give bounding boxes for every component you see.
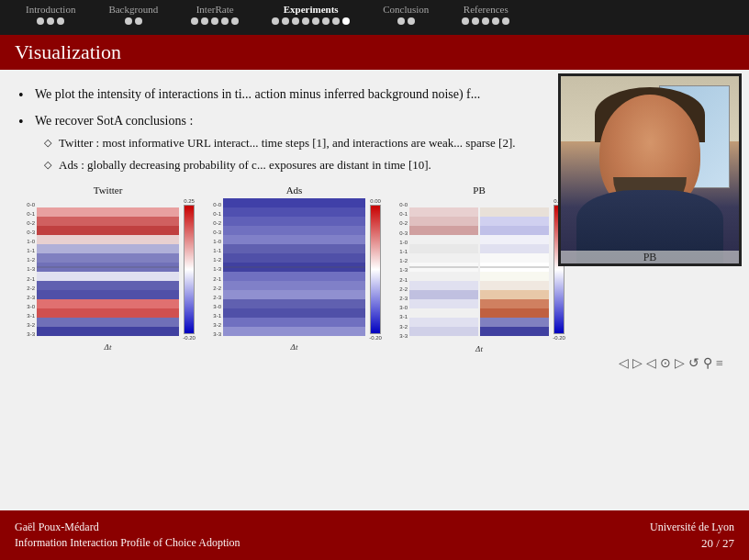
dot bbox=[191, 17, 198, 25]
webcam-overlay: PB bbox=[558, 73, 742, 266]
dot bbox=[211, 17, 218, 25]
dot bbox=[57, 17, 64, 25]
svg-rect-16 bbox=[223, 198, 365, 207]
chart-ads-title: Ads bbox=[286, 185, 303, 196]
dot bbox=[502, 17, 509, 25]
nav-experiments[interactable]: Experiments bbox=[255, 4, 366, 25]
ads-y-axis: 0-0 0-1 0-2 0-3 1-0 1-1 1-2 1-3 2-1 2-2 … bbox=[205, 198, 221, 341]
bullet2-text: We recover SotA conclusions : bbox=[35, 114, 193, 128]
nav-introduction-dots bbox=[37, 17, 64, 25]
svg-rect-27 bbox=[223, 299, 365, 308]
webcam-label: PB bbox=[561, 251, 739, 264]
pb-heatmap-right bbox=[480, 198, 549, 342]
arrow-left[interactable]: ◁ bbox=[619, 355, 629, 371]
svg-rect-46 bbox=[409, 327, 478, 336]
arrow-dots[interactable]: ⊙ bbox=[660, 355, 671, 371]
svg-rect-22 bbox=[223, 253, 365, 263]
svg-rect-18 bbox=[223, 217, 365, 226]
sub-ads-text: Ads : globally decreasing probability of… bbox=[59, 158, 431, 172]
arrow-right-small[interactable]: ▷ bbox=[675, 355, 685, 371]
chart-ads-wrapper: 0-0 0-1 0-2 0-3 1-0 1-1 1-2 1-3 2-1 2-2 … bbox=[205, 198, 384, 341]
svg-rect-5 bbox=[37, 244, 179, 253]
nav-conclusion-dots bbox=[397, 17, 415, 25]
svg-rect-29 bbox=[223, 318, 365, 327]
dot bbox=[272, 17, 279, 25]
svg-rect-41 bbox=[409, 281, 478, 290]
svg-rect-40 bbox=[409, 272, 478, 281]
svg-rect-48 bbox=[480, 198, 549, 207]
svg-rect-12 bbox=[37, 308, 179, 318]
svg-rect-56 bbox=[480, 272, 549, 281]
bottom-bar: Gaël Poux-Médard Université de Lyon Info… bbox=[0, 510, 749, 560]
ads-heatmap-svg bbox=[223, 198, 365, 341]
dot bbox=[292, 17, 299, 25]
svg-rect-45 bbox=[409, 318, 478, 327]
dot bbox=[231, 17, 239, 25]
dot bbox=[482, 17, 489, 25]
dot bbox=[397, 17, 405, 25]
pb-heatmap-left-svg bbox=[409, 198, 478, 341]
svg-rect-25 bbox=[223, 281, 365, 290]
nav-background-dots bbox=[125, 17, 142, 25]
arrow-left-small[interactable]: ◁ bbox=[646, 355, 656, 371]
pb-xlabel: Δt bbox=[475, 344, 483, 353]
nav-conclusion-label: Conclusion bbox=[383, 4, 429, 15]
svg-rect-61 bbox=[480, 318, 549, 327]
dot bbox=[322, 17, 330, 25]
nav-conclusion[interactable]: Conclusion bbox=[366, 4, 445, 25]
dot bbox=[37, 17, 44, 25]
svg-rect-21 bbox=[223, 244, 365, 253]
bottom-row2: Information Interaction Profile of Choic… bbox=[15, 536, 734, 551]
sub-twitter-text: Twitter : most informative URL interact.… bbox=[59, 136, 516, 150]
title-bar: Visualization bbox=[0, 35, 749, 70]
dot bbox=[472, 17, 479, 25]
pb-dual-heatmap bbox=[409, 198, 549, 342]
svg-rect-38 bbox=[409, 253, 478, 263]
nav-references-label: References bbox=[464, 4, 509, 15]
dot bbox=[332, 17, 340, 25]
svg-rect-53 bbox=[480, 244, 549, 253]
svg-rect-11 bbox=[37, 299, 179, 308]
svg-rect-13 bbox=[37, 318, 179, 327]
bullet1-text: We plot the intensity of interactions in… bbox=[35, 87, 480, 101]
svg-rect-52 bbox=[480, 235, 549, 244]
dot bbox=[302, 17, 309, 25]
chart-pb-title: PB bbox=[473, 185, 485, 196]
svg-rect-0 bbox=[37, 198, 179, 207]
dot bbox=[125, 17, 132, 25]
svg-rect-58 bbox=[480, 290, 549, 299]
nav-interrate-label: InterRate bbox=[196, 4, 234, 15]
chart-pb-wrapper: 0-0 0-1 0-2 0-3 1-0 1-1 1-2 1-3 2-1 2-2 … bbox=[391, 198, 567, 342]
arrow-right-filled[interactable]: ▷ bbox=[632, 355, 643, 371]
slide-title: Visualization bbox=[15, 40, 121, 64]
chart-twitter-wrapper: 0-0 0-1 0-2 0-3 1-0 1-1 1-2 1-3 2-1 2-2 … bbox=[18, 198, 197, 341]
page-number: 20 / 27 bbox=[701, 536, 734, 551]
dot-active bbox=[342, 17, 350, 25]
bullet-item-1: We plot the intensity of interactions in… bbox=[18, 84, 532, 104]
bullet-item-2: We recover SotA conclusions : Twitter : … bbox=[18, 111, 532, 174]
svg-rect-20 bbox=[223, 235, 365, 244]
dot bbox=[135, 17, 142, 25]
sub-item-ads: Ads : globally decreasing probability of… bbox=[44, 156, 532, 174]
nav-background-label: Background bbox=[108, 4, 158, 15]
svg-rect-36 bbox=[409, 235, 478, 244]
svg-rect-1 bbox=[37, 207, 179, 217]
dot bbox=[492, 17, 499, 25]
refresh-icon[interactable]: ↺ bbox=[688, 355, 699, 371]
nav-background[interactable]: Background bbox=[92, 4, 174, 25]
svg-rect-3 bbox=[37, 226, 179, 235]
svg-rect-51 bbox=[480, 226, 549, 235]
svg-rect-6 bbox=[37, 253, 179, 263]
twitter-colorbar: 0.25 -0.20 bbox=[181, 198, 197, 341]
twitter-y-axis: 0-0 0-1 0-2 0-3 1-0 1-1 1-2 1-3 2-1 2-2 … bbox=[18, 198, 35, 341]
dot bbox=[282, 17, 289, 25]
svg-rect-44 bbox=[409, 308, 478, 318]
svg-rect-34 bbox=[409, 217, 478, 226]
nav-references[interactable]: References bbox=[445, 4, 526, 25]
nav-interrate[interactable]: InterRate bbox=[174, 4, 255, 25]
search-icon[interactable]: ⚲ bbox=[703, 355, 712, 371]
sub-list: Twitter : most informative URL interact.… bbox=[35, 134, 532, 174]
nav-introduction[interactable]: Introduction bbox=[9, 4, 92, 25]
svg-rect-24 bbox=[223, 272, 365, 281]
menu-icon[interactable]: ≡ bbox=[716, 356, 723, 371]
